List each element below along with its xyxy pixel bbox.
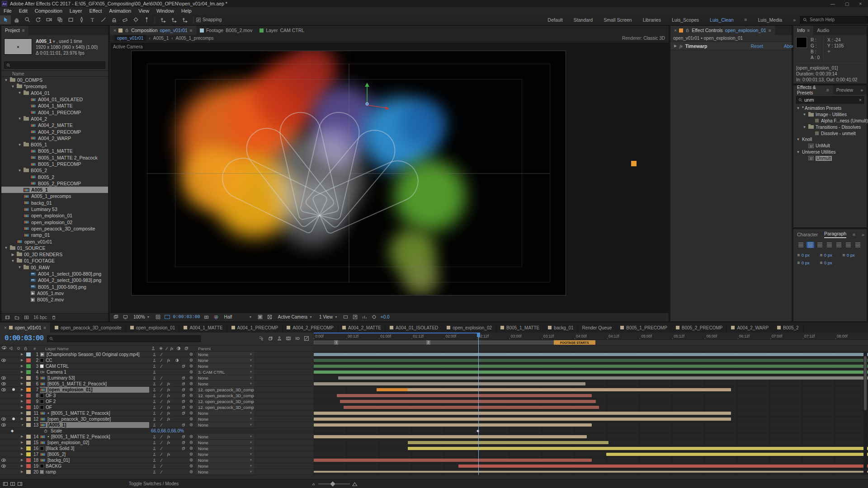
twirl-closed-icon[interactable]: ▶ (21, 411, 25, 415)
video-switch[interactable] (1, 440, 6, 446)
space-before-field[interactable]: ≣0 px (797, 260, 818, 265)
caret-down-icon[interactable]: ▾ (53, 39, 55, 44)
parent-select[interactable]: None▼ (196, 363, 254, 369)
cube-switch[interactable] (180, 381, 186, 387)
shy-switch[interactable] (151, 393, 157, 399)
local-axis-tool[interactable] (158, 15, 169, 24)
parent-pickwhip-icon[interactable] (188, 440, 194, 446)
layer-track-row[interactable] (314, 404, 868, 410)
parent-pickwhip-icon[interactable] (188, 381, 194, 387)
shy-switch[interactable] (151, 446, 157, 451)
shy-switch[interactable] (151, 399, 157, 404)
twirl-closed-icon[interactable]: ▶ (21, 452, 25, 456)
project-item[interactable]: ▼01_FOOTAGE (1, 258, 108, 264)
video-switch[interactable] (1, 381, 6, 387)
quality-switch[interactable]: ∕ (158, 422, 165, 428)
shy-switch[interactable] (151, 463, 157, 469)
indent-right-field[interactable]: ≣0 px (842, 253, 863, 258)
project-item[interactable]: ▼*precomps (1, 83, 108, 89)
adjustment-column-icon[interactable] (176, 346, 181, 351)
timeline-tab[interactable]: B005_1_MATTE (496, 323, 544, 333)
parent-pickwhip-icon[interactable] (188, 363, 194, 369)
work-area-row[interactable]: 12FOOTAGE STARTS (314, 340, 868, 345)
twirl-open-icon[interactable]: ▼ (796, 106, 800, 110)
fx-switch[interactable]: fx (165, 410, 172, 416)
close-button[interactable]: × (859, 1, 862, 6)
solo-switch[interactable] (11, 393, 16, 399)
layer-name-cell[interactable]: ramp (40, 469, 149, 475)
parent-pickwhip-icon[interactable] (188, 410, 194, 416)
twirl-icon[interactable]: ▶ (674, 44, 677, 48)
tab-composition[interactable]: ×Compositionopen_v01r01≡ (110, 26, 196, 35)
solo-switch[interactable] (11, 434, 16, 440)
workspace-luis_scopes[interactable]: Luis_Scopes (672, 17, 699, 23)
footage-starts-marker[interactable]: FOOTAGE STARTS (554, 340, 595, 345)
twirl-closed-icon[interactable]: ▶ (21, 435, 25, 438)
snapping-checkbox[interactable]: ✓ (196, 18, 201, 22)
twirl-closed-icon[interactable]: ▶ (21, 417, 25, 421)
project-item[interactable]: A004_1_PRECOMP (1, 109, 108, 115)
solo-icon[interactable] (12, 418, 15, 420)
close-icon[interactable]: × (113, 28, 116, 33)
hand-tool[interactable] (11, 15, 22, 24)
cube-switch[interactable] (180, 422, 186, 428)
layer-duration-bar[interactable] (458, 465, 868, 468)
layer-label-swatch[interactable] (26, 394, 31, 398)
reset-exposure-icon[interactable] (371, 314, 377, 320)
panel-menu-icon[interactable]: ≡ (769, 28, 771, 33)
project-item[interactable]: ▼00_COMPS (1, 77, 108, 83)
scale-property-row[interactable]: ◆Scale66.0,66.0,66.0% (0, 428, 314, 434)
workspace-luis_clean[interactable]: Luis_Clean (710, 17, 734, 23)
panel-menu-icon[interactable]: ≡ (43, 325, 46, 330)
fx-switch[interactable] (165, 446, 172, 451)
adjustment-switch[interactable] (174, 404, 180, 410)
layer-label-swatch[interactable] (26, 376, 31, 380)
fx-switch[interactable]: fx (165, 416, 172, 422)
twirl-open-icon[interactable]: ▼ (796, 150, 800, 154)
twirl-open-icon[interactable]: ▼ (796, 137, 800, 141)
layer-name-cell[interactable]: CAM CTRL (40, 363, 149, 369)
layer-track-row[interactable] (314, 463, 868, 469)
twirl-open-icon[interactable]: ▼ (18, 91, 22, 95)
fx-column-icon[interactable]: fx (170, 346, 174, 351)
layer-name-cell[interactable]: [backg_01] (40, 457, 149, 463)
video-switch[interactable] (1, 399, 6, 404)
time-ruler[interactable]: 0:00f00:12f01:00f01:12f02:00f02:12f03:00… (314, 333, 868, 340)
twirl-closed-icon[interactable]: ▶ (21, 382, 25, 385)
zoom-tool[interactable] (22, 15, 33, 24)
solo-switch[interactable] (11, 469, 16, 475)
layer-duration-bar[interactable] (377, 388, 731, 391)
menu-animation[interactable]: Animation (105, 8, 135, 14)
indent-value[interactable]: 0 px (847, 253, 855, 258)
indent-left-field[interactable]: ≣0 px (797, 253, 818, 258)
tab-project[interactable]: Project ≡ (1, 26, 28, 35)
layer-row[interactable]: ▶4Camera 13. CAM CTRL▼ (0, 369, 314, 375)
clear-search-icon[interactable]: × (859, 97, 862, 103)
layer-name-cell[interactable]: [Championship Season_60 Original copy.mp… (40, 352, 149, 357)
solo-switch[interactable] (11, 422, 16, 428)
project-item[interactable]: ▼B005_1 (1, 141, 108, 148)
adjustment-switch[interactable] (174, 416, 180, 422)
solo-switch[interactable] (11, 463, 16, 469)
magnification-select[interactable]: 100%▼ (132, 314, 152, 320)
shy-switch[interactable] (151, 357, 157, 363)
video-switch[interactable] (1, 410, 6, 416)
menu-view[interactable]: View (135, 8, 153, 14)
solo-switch[interactable] (11, 352, 16, 357)
cube-switch[interactable] (180, 387, 186, 393)
eye-icon[interactable] (1, 359, 6, 362)
layer-label-swatch[interactable] (26, 352, 31, 357)
menu-effect[interactable]: Effect (85, 8, 105, 14)
project-item[interactable]: A004_2_WARP (1, 135, 108, 141)
justify-all-button[interactable] (854, 242, 862, 248)
layer-track-row[interactable] (314, 434, 868, 440)
menu-layer[interactable]: Layer (66, 8, 86, 14)
timeline-tab[interactable]: A004_1_MATTE (179, 323, 227, 333)
adjustment-switch[interactable] (174, 387, 180, 393)
layer-label-swatch[interactable] (26, 382, 31, 386)
panel-menu-icon[interactable]: ≡ (853, 232, 855, 237)
layer-row[interactable]: ▶7[open_explosion_01]∕fx12. open_peacock… (0, 387, 314, 393)
help-search-box[interactable]: Search Help (800, 16, 868, 23)
layer-label-swatch[interactable] (26, 452, 31, 456)
video-switch[interactable] (1, 451, 6, 457)
